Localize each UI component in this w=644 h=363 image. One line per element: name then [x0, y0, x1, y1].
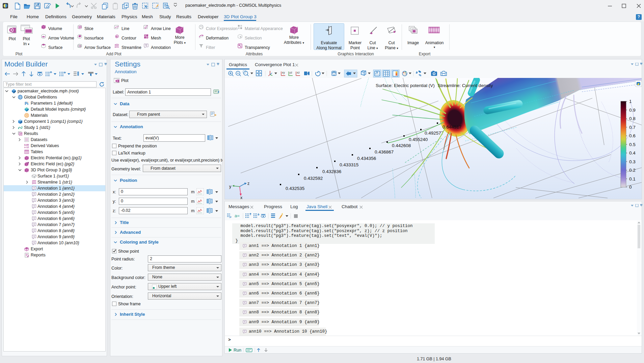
- svg-text:a=: a=: [235, 213, 240, 218]
- svg-text:0.8: 0.8: [629, 116, 636, 121]
- svg-text:0.432592: 0.432592: [304, 176, 323, 181]
- svg-text:0.436867: 0.436867: [375, 149, 394, 155]
- svg-text:xz: xz: [297, 71, 300, 74]
- svg-text:Run: Run: [234, 348, 241, 353]
- svg-text:0.9: 0.9: [629, 108, 636, 113]
- svg-text:0.434356: 0.434356: [357, 156, 376, 161]
- svg-text:0.432535: 0.432535: [286, 186, 304, 191]
- svg-text:0.455240: 0.455240: [409, 137, 428, 142]
- svg-text:1: 1: [629, 99, 632, 104]
- svg-text:y: y: [229, 184, 232, 189]
- svg-text:yz: yz: [289, 71, 293, 74]
- svg-text:0.5: 0.5: [629, 142, 636, 147]
- svg-text:0.433315: 0.433315: [340, 162, 358, 167]
- svg-text:0.492577: 0.492577: [425, 131, 444, 136]
- svg-text:0.2: 0.2: [629, 168, 636, 173]
- svg-text:0.442608: 0.442608: [392, 143, 411, 148]
- svg-text:xy: xy: [282, 71, 285, 74]
- svg-text:0.7: 0.7: [629, 125, 636, 130]
- svg-text:0: 0: [629, 185, 632, 190]
- svg-text:0.432836: 0.432836: [322, 169, 341, 174]
- svg-text:0.3: 0.3: [629, 159, 636, 164]
- svg-text:Surface: Electric potential (V: Surface: Electric potential (V)Streamlin…: [376, 83, 493, 88]
- svg-text:0.1: 0.1: [629, 176, 636, 182]
- svg-text:0.6: 0.6: [629, 133, 636, 138]
- svg-text:0.4: 0.4: [629, 150, 636, 156]
- svg-text:x: x: [240, 195, 243, 199]
- svg-text:z: z: [247, 181, 249, 186]
